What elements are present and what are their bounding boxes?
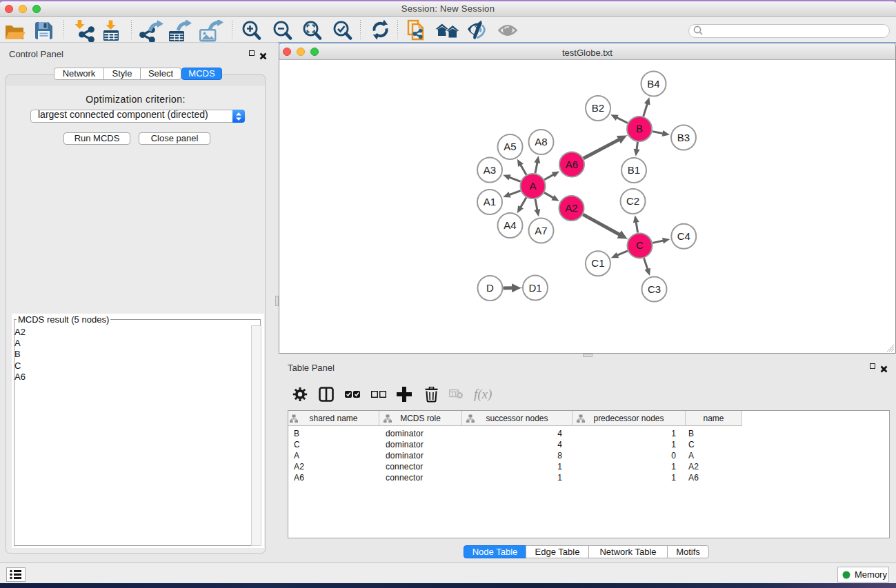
svg-text:C2: C2	[626, 195, 639, 207]
svg-text:A3: A3	[484, 164, 496, 176]
svg-text:C3: C3	[648, 283, 661, 295]
svg-text:A1: A1	[484, 196, 496, 207]
svg-text:A2: A2	[565, 202, 577, 214]
svg-text:A6: A6	[566, 159, 578, 170]
svg-text:B2: B2	[592, 102, 604, 114]
svg-text:C1: C1	[591, 257, 604, 269]
svg-text:A8: A8	[535, 136, 547, 148]
svg-text:A: A	[529, 180, 536, 192]
svg-text:B: B	[636, 123, 643, 134]
svg-text:A4: A4	[504, 219, 516, 231]
svg-text:B1: B1	[628, 164, 640, 176]
svg-text:B3: B3	[677, 132, 690, 143]
svg-text:D1: D1	[528, 282, 541, 294]
svg-text:C: C	[636, 239, 644, 251]
svg-text:D: D	[486, 282, 494, 294]
svg-text:A5: A5	[504, 141, 516, 152]
svg-text:A7: A7	[535, 225, 547, 236]
svg-text:C4: C4	[677, 230, 690, 242]
svg-text:B4: B4	[647, 78, 659, 90]
